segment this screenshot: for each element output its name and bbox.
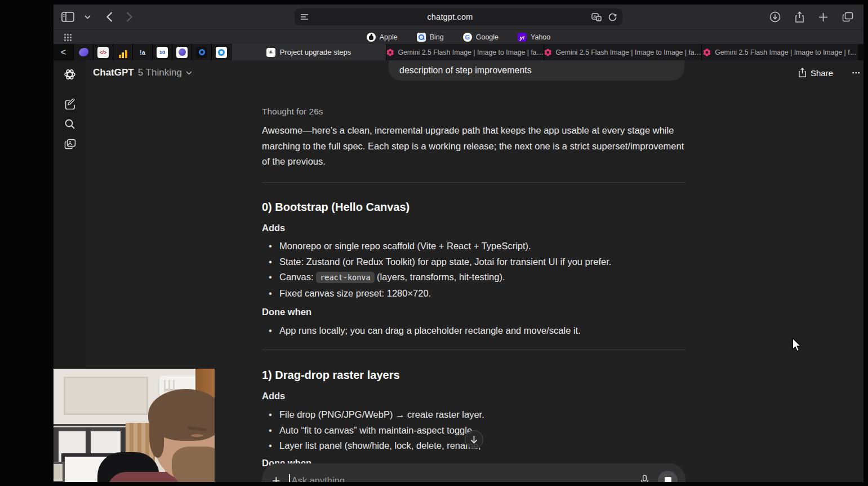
share-icon[interactable]: [795, 11, 804, 23]
screen-recording-frame: chatgpt.com Az: [0, 0, 868, 486]
section-heading: 0) Bootstrap (Hello Canvas): [262, 201, 686, 214]
section-heading: 1) Drag-drop raster layers: [262, 369, 686, 382]
purple-circle-icon: [176, 47, 188, 58]
svg-text:A: A: [593, 14, 597, 19]
attach-plus-button[interactable]: +: [272, 472, 289, 483]
user-message-bubble: description of step improvements: [389, 60, 684, 81]
list-item: App runs locally; you can drag a placeho…: [262, 323, 686, 339]
divider: [262, 182, 686, 183]
chatgpt-logo-icon: [63, 67, 77, 82]
more-options-button[interactable]: ⋯: [852, 68, 861, 78]
google-icon: G: [463, 33, 472, 42]
thought-duration[interactable]: Thought for 26s: [262, 107, 686, 117]
voice-stop-button[interactable]: [658, 471, 678, 483]
angle-bracket-icon[interactable]: <: [54, 44, 73, 60]
stop-square-icon: [665, 477, 671, 482]
code-brackets-icon: </>: [97, 47, 109, 58]
scroll-to-bottom-button[interactable]: [465, 430, 483, 449]
adds-list: Monorepo or single repo scaffold (Vite +…: [262, 238, 686, 301]
pinned-tab-6[interactable]: [172, 44, 192, 60]
yahoo-icon: y!: [518, 33, 527, 42]
favorite-google[interactable]: GGoogle: [463, 33, 498, 42]
favorite-apple[interactable]: Apple: [367, 33, 398, 42]
svg-text:z: z: [598, 17, 599, 20]
forward-button[interactable]: [126, 12, 132, 22]
text-caret: [289, 474, 290, 482]
list-item: Fixed canvas size preset: 1280×720.: [262, 286, 686, 302]
la-text-icon: !a: [137, 47, 148, 58]
person-beard: [172, 447, 215, 482]
back-button[interactable]: [106, 12, 113, 22]
share-chat-button[interactable]: Share: [798, 68, 833, 78]
composer-bar[interactable]: + Ask anything: [262, 463, 686, 482]
list-item: Monorepo or single repo scaffold (Vite +…: [262, 238, 686, 254]
brand-title: ChatGPT: [93, 67, 134, 78]
tab-gemini-1[interactable]: Gemini 2.5 Flash Image | Image to Image …: [386, 44, 544, 60]
chatgpt-page: ChatGPT 5 Thinking Share ⋯ description o…: [54, 60, 863, 482]
chevron-down-icon[interactable]: [84, 15, 91, 19]
search-icon[interactable]: [63, 117, 77, 131]
library-icon[interactable]: [63, 137, 77, 152]
bing-icon: [417, 33, 426, 42]
ten-logo-icon: 10: [157, 47, 168, 58]
done-when-label: Done when: [262, 307, 686, 317]
model-name: 5 Thinking: [138, 67, 182, 78]
pinned-tab-5[interactable]: 10: [152, 44, 172, 60]
sidebar-toggle-icon[interactable]: [61, 12, 74, 22]
new-chat-icon[interactable]: [63, 97, 77, 112]
favorite-yahoo[interactable]: y!Yahoo: [518, 33, 550, 42]
pinned-tab-2[interactable]: </>: [93, 44, 113, 60]
mouse-cursor: [791, 338, 802, 354]
share-icon: [798, 68, 807, 78]
tab-project-upgrade-steps[interactable]: ✳ Project upgrade steps: [231, 44, 386, 60]
wall-frame: [54, 462, 65, 482]
tab-overview-icon[interactable]: [842, 12, 853, 22]
chevron-down-icon: [186, 71, 192, 75]
new-tab-icon[interactable]: [818, 12, 828, 22]
translate-icon[interactable]: Az: [591, 13, 602, 21]
pinned-tab-8[interactable]: [211, 44, 231, 60]
reload-icon[interactable]: [608, 13, 617, 21]
blue-target-icon: [196, 47, 207, 58]
blue-ring-icon: [216, 47, 227, 58]
address-bar[interactable]: chatgpt.com Az: [295, 8, 622, 25]
done-when-list: App runs locally; you can drag a placeho…: [262, 323, 686, 339]
list-item: State: Zustand (or Redux Toolkit) for ap…: [262, 254, 686, 270]
reader-icon[interactable]: [300, 14, 309, 21]
purple-butterfly-icon: [79, 48, 88, 56]
pinned-tab-7[interactable]: [192, 44, 211, 60]
browser-toolbar: chatgpt.com Az: [54, 5, 863, 29]
pinned-tab-1[interactable]: [73, 44, 93, 60]
chatgpt-favicon: ✳: [266, 48, 275, 57]
divider: [262, 350, 686, 350]
downloads-icon[interactable]: [769, 11, 781, 23]
webcam-overlay: [54, 369, 215, 482]
model-picker[interactable]: ChatGPT 5 Thinking: [93, 67, 192, 78]
tab-bar: < </> !a 10 ✳ Project upgrade steps Gemi…: [54, 44, 863, 60]
bar-chart-icon: [117, 47, 128, 58]
tab-gemini-3[interactable]: Gemini 2.5 Flash Image | Image to Image …: [701, 44, 858, 60]
intro-paragraph: Awesome—here’s a clean, incremental upgr…: [262, 123, 686, 170]
list-item: File drop (PNG/JPG/WebP) → create raster…: [262, 407, 686, 423]
pinned-tab-4[interactable]: !a: [132, 44, 152, 60]
tab-gemini-2[interactable]: Gemini 2.5 Flash Image | Image to Image …: [544, 44, 701, 60]
composer-input[interactable]: Ask anything: [292, 475, 641, 483]
favorite-bing[interactable]: Bing: [417, 33, 444, 42]
gemini-flower-icon: [386, 48, 394, 56]
favorites-bar: Apple Bing GGoogle y!Yahoo: [54, 29, 863, 44]
gemini-flower-icon: [544, 48, 551, 56]
browser-window: chatgpt.com Az: [54, 5, 863, 482]
pinned-tab-3[interactable]: [113, 44, 132, 60]
gemini-flower-icon: [703, 48, 711, 56]
url-text: chatgpt.com: [309, 12, 591, 21]
inline-code: react-konva: [316, 272, 374, 283]
apple-icon: [367, 33, 376, 42]
adds-label: Adds: [262, 391, 686, 401]
microphone-icon[interactable]: [640, 475, 649, 482]
adds-label: Adds: [262, 223, 686, 233]
list-item: Canvas: react-konva (layers, transforms,…: [262, 269, 686, 286]
arrow-down-icon: [470, 435, 478, 444]
